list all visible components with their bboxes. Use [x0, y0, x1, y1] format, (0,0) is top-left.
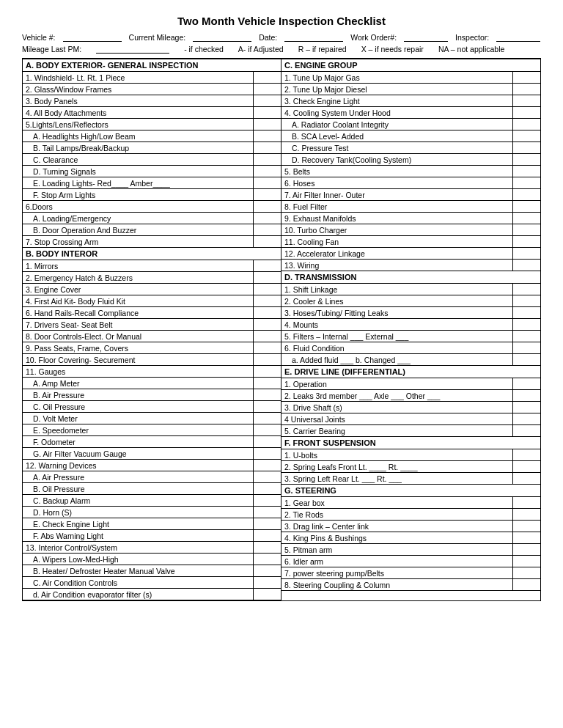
table-row: 5. Belts: [282, 166, 540, 177]
checkbox-cell[interactable]: [512, 130, 540, 142]
table-row: 1. Tune Up Major Gas: [282, 72, 540, 84]
checkbox-cell[interactable]: [512, 307, 540, 319]
checkbox-cell[interactable]: [512, 107, 540, 119]
checkbox-cell[interactable]: [253, 401, 281, 413]
checkbox-cell[interactable]: [512, 142, 540, 154]
mileage-pm-field[interactable]: [96, 45, 169, 54]
checkbox-cell[interactable]: [253, 295, 281, 307]
checkbox-cell[interactable]: [512, 95, 540, 107]
checkbox-cell[interactable]: [253, 119, 281, 130]
checkbox-cell[interactable]: [512, 449, 540, 461]
checkbox-cell[interactable]: [512, 342, 540, 354]
checkbox-cell[interactable]: [512, 521, 540, 532]
mileage-field[interactable]: [193, 33, 251, 42]
checkbox-cell[interactable]: [253, 201, 281, 213]
checkbox-cell[interactable]: [253, 389, 281, 401]
checkbox-cell[interactable]: [253, 342, 281, 354]
checkbox-cell[interactable]: [253, 471, 281, 483]
workorder-field[interactable]: [404, 33, 448, 42]
checkbox-cell[interactable]: [253, 236, 281, 248]
checkbox-cell[interactable]: [512, 413, 540, 425]
checkbox-cell[interactable]: [512, 390, 540, 402]
checkbox-cell[interactable]: [253, 448, 281, 460]
checkbox-cell[interactable]: [512, 473, 540, 485]
checkbox-cell[interactable]: [253, 224, 281, 236]
checkbox-cell[interactable]: [512, 544, 540, 556]
checkbox-cell[interactable]: [253, 518, 281, 530]
checkbox-cell[interactable]: [253, 354, 281, 366]
table-row: A. Radiator Coolant Integrity: [282, 119, 540, 130]
checkbox-cell[interactable]: [512, 425, 540, 437]
checkbox-cell[interactable]: [253, 260, 281, 272]
checkbox-cell[interactable]: [253, 507, 281, 518]
checkbox-cell[interactable]: [253, 366, 281, 378]
checkbox-cell[interactable]: [512, 154, 540, 166]
checkbox-cell[interactable]: [253, 424, 281, 436]
checkbox-cell[interactable]: [512, 284, 540, 295]
date-field[interactable]: [284, 33, 343, 42]
item-text: 5.Lights/Lens/Reflectors: [23, 119, 253, 130]
checkbox-cell[interactable]: [253, 166, 281, 177]
checkbox-cell[interactable]: [512, 201, 540, 213]
checkbox-cell[interactable]: [512, 295, 540, 307]
checkbox-cell[interactable]: [253, 272, 281, 284]
table-row: A. Headlights High/Low Beam: [23, 130, 281, 142]
checkbox-cell[interactable]: [253, 542, 281, 554]
inspector-field[interactable]: [496, 33, 540, 42]
checkbox-cell[interactable]: [512, 72, 540, 84]
checkbox-cell[interactable]: [253, 284, 281, 295]
item-text: 3. Spring Left Rear Lt. ___ Rt. ___: [282, 473, 512, 485]
checkbox-cell[interactable]: [253, 483, 281, 495]
checkbox-cell[interactable]: [253, 460, 281, 471]
checkbox-cell[interactable]: [253, 142, 281, 154]
checkbox-cell[interactable]: [512, 119, 540, 130]
checkbox-cell[interactable]: [512, 532, 540, 544]
checkbox-cell[interactable]: [253, 378, 281, 389]
checkbox-cell[interactable]: [253, 577, 281, 589]
checkbox-cell[interactable]: [253, 95, 281, 107]
checkbox-cell[interactable]: [512, 331, 540, 342]
checkbox-cell[interactable]: [512, 556, 540, 567]
checkbox-cell[interactable]: [512, 248, 540, 260]
table-row: 3. Check Engine Light: [282, 95, 540, 107]
checkbox-cell[interactable]: [512, 213, 540, 224]
checkbox-cell[interactable]: [512, 567, 540, 579]
checkbox-cell[interactable]: [512, 236, 540, 248]
checkbox-cell[interactable]: [512, 319, 540, 331]
checkbox-cell[interactable]: [253, 213, 281, 224]
checkbox-cell[interactable]: [253, 189, 281, 201]
checkbox-cell[interactable]: [512, 402, 540, 413]
checkbox-cell[interactable]: [253, 589, 281, 600]
checkbox-cell[interactable]: [253, 177, 281, 189]
checkbox-cell[interactable]: [512, 166, 540, 177]
checkbox-cell[interactable]: [253, 84, 281, 95]
checkbox-cell[interactable]: [253, 495, 281, 507]
checkbox-cell[interactable]: [253, 319, 281, 331]
checkbox-cell[interactable]: [253, 107, 281, 119]
checkbox-cell[interactable]: [253, 565, 281, 577]
checkbox-cell[interactable]: [253, 331, 281, 342]
checkbox-cell[interactable]: [253, 72, 281, 84]
checkbox-cell[interactable]: [512, 509, 540, 521]
checkbox-cell[interactable]: [512, 177, 540, 189]
checkbox-cell[interactable]: [512, 378, 540, 390]
checkbox-cell[interactable]: [512, 497, 540, 509]
checkbox-cell[interactable]: [253, 154, 281, 166]
checkbox-cell[interactable]: [253, 307, 281, 319]
checkbox-cell[interactable]: [253, 130, 281, 142]
checkbox-cell[interactable]: [253, 413, 281, 424]
checkbox-cell[interactable]: [253, 554, 281, 565]
section-header-row: C. ENGINE GROUP: [282, 59, 540, 72]
vehicle-field[interactable]: [63, 33, 122, 42]
checkbox-cell[interactable]: [512, 354, 540, 366]
item-text: B. SCA Level- Added: [282, 130, 512, 142]
checkbox-cell[interactable]: [253, 530, 281, 542]
checkbox-cell[interactable]: [512, 579, 540, 591]
checkbox-cell[interactable]: [512, 260, 540, 271]
item-text: B. Oil Pressure: [23, 483, 253, 495]
checkbox-cell[interactable]: [512, 224, 540, 236]
checkbox-cell[interactable]: [512, 461, 540, 473]
checkbox-cell[interactable]: [253, 436, 281, 448]
checkbox-cell[interactable]: [512, 189, 540, 201]
checkbox-cell[interactable]: [512, 84, 540, 95]
